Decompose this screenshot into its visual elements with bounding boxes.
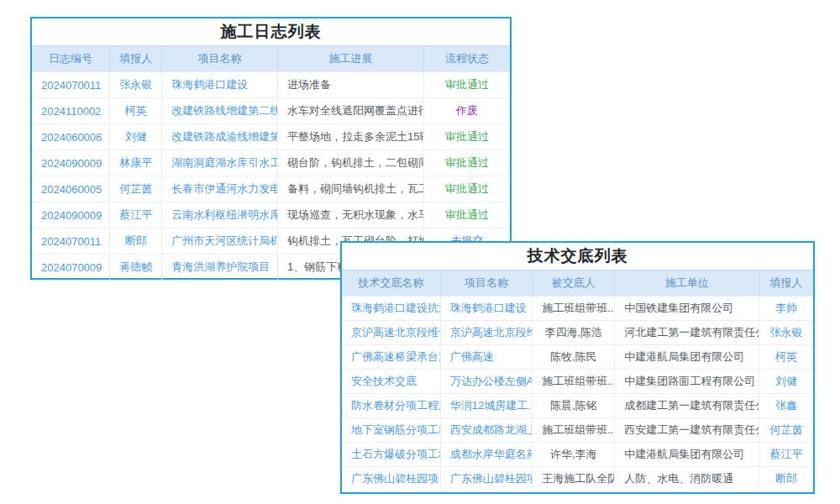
log-col-progress: 施工进展 [277, 46, 423, 72]
disc-reporter-link[interactable]: 蔡江平 [759, 443, 813, 467]
disc-reporter-link[interactable]: 张鑫 [759, 394, 813, 418]
log-project-link[interactable]: 改建铁路线增建第二线直... [162, 98, 278, 124]
disc-name-link[interactable]: 广东佛山碧桂园项目... [342, 467, 440, 491]
log-status-badge: 审批通过 [424, 124, 510, 150]
disc-unit-text: 河北建工第一建筑有限责任公司 [615, 321, 759, 345]
log-id-link[interactable]: 2024060006 [32, 124, 110, 150]
technical-disclosure-panel: 技术交底列表 技术交底名称 项目名称 被交底人 施工单位 填报人 珠海鹤港口建设… [340, 241, 815, 494]
disc-col-unit: 施工单位 [615, 270, 759, 297]
disclosure-table-row: 京沪高速北京段维修... 京沪高速北京段维修 李四海,陈浩 河北建工第一建筑有限… [342, 321, 813, 345]
log-project-link[interactable]: 湖南洞庭湖水库引水工程... [162, 150, 278, 176]
log-project-link[interactable]: 改建铁路成渝线增建第二... [162, 124, 278, 150]
disc-receiver-text: 许华,李海 [533, 443, 615, 467]
log-col-project: 项目名称 [162, 46, 278, 72]
disc-project-link[interactable]: 成都水岸华庭名苑... [440, 443, 532, 467]
disc-name-link[interactable]: 安全技术交底 [342, 370, 440, 394]
disc-reporter-link[interactable]: 断郎 [759, 467, 813, 491]
disc-project-link[interactable]: 珠海鹤港口建设 [440, 297, 532, 321]
log-reporter-link[interactable]: 刘健 [110, 124, 162, 150]
log-id-link[interactable]: 2024070011 [32, 228, 110, 255]
log-status-badge: 审批通过 [424, 176, 510, 202]
disc-name-link[interactable]: 地下室钢筋分项工程... [342, 418, 440, 443]
disclosure-table-row: 防水卷材分项工程施... 华润12城房建工... 陈晨,陈铭 成都建工第一建筑有… [342, 394, 813, 418]
log-reporter-link[interactable]: 蒋德帧 [110, 255, 162, 281]
disc-receiver-text: 王海施工队全队 [533, 467, 615, 491]
disc-project-link[interactable]: 华润12城房建工... [440, 394, 532, 418]
disc-project-link[interactable]: 西安成都路龙湖上... [440, 418, 532, 443]
log-progress-text: 平整场地，拉走多余泥土15辆... [277, 124, 423, 150]
disc-unit-text: 中国铁建集团有限公司 [615, 297, 759, 321]
log-table-row: 2024070011 张永银 珠海鹤港口建设 进场准备 审批通过 [32, 72, 510, 98]
disc-receiver-text: 陈晨,陈铭 [533, 394, 615, 418]
log-id-link[interactable]: 2024090009 [32, 150, 110, 176]
log-col-id: 日志编号 [32, 46, 110, 72]
disc-reporter-link[interactable]: 张永银 [759, 321, 813, 345]
construction-log-title: 施工日志列表 [32, 18, 510, 45]
disc-reporter-link[interactable]: 柯英 [759, 345, 813, 370]
disc-receiver-text: 施工班组带班... [533, 297, 615, 321]
disc-unit-text: 成都建工第一建筑有限责任公司 [615, 394, 759, 418]
log-table-row: 2024110002 柯英 改建铁路线增建第二线直... 水车对全线遮阳网覆盖点… [32, 98, 510, 124]
log-reporter-link[interactable]: 柯英 [110, 98, 162, 124]
log-table-row: 2024060005 何芷茵 长春市伊通河水力发电厂... 备料，砌间墙钩机排土… [32, 176, 510, 202]
log-reporter-link[interactable]: 林康平 [110, 150, 162, 176]
disc-col-reporter: 填报人 [759, 270, 813, 297]
log-reporter-link[interactable]: 断郎 [110, 228, 162, 255]
log-id-link[interactable]: 2024070011 [32, 72, 110, 98]
disc-unit-text: 中建港航局集团有限公司 [615, 443, 759, 467]
disc-receiver-text: 李四海,陈浩 [533, 321, 615, 345]
disclosure-table-row: 地下室钢筋分项工程... 西安成都路龙湖上... 施工班组带班... 西安建工第… [342, 418, 813, 443]
log-table-row: 2024090009 蔡江平 云南水利枢纽潜明水库一... 现场巡查，无积水现象… [32, 202, 510, 228]
log-id-link[interactable]: 2024110002 [32, 98, 110, 124]
log-progress-text: 备料，砌间墙钩机排土，瓦工... [277, 176, 423, 202]
disc-name-link[interactable]: 珠海鹤港口建设抗浮... [342, 297, 440, 321]
disc-col-project: 项目名称 [440, 270, 532, 297]
disc-project-link[interactable]: 广佛高速 [440, 345, 532, 370]
log-progress-text: 水车对全线遮阳网覆盖点进行... [277, 98, 423, 124]
disc-project-link[interactable]: 广东佛山碧桂园项目 [440, 467, 532, 491]
log-col-status: 流程状态 [424, 46, 510, 72]
disclosure-table-row: 珠海鹤港口建设抗浮... 珠海鹤港口建设 施工班组带班... 中国铁建集团有限公… [342, 297, 813, 321]
disclosure-header-row: 技术交底名称 项目名称 被交底人 施工单位 填报人 [342, 270, 813, 297]
disc-unit-text: 西安建工第一建筑有限责任公司 [615, 418, 759, 443]
disc-receiver-text: 陈牧,陈民 [533, 345, 615, 370]
log-reporter-link[interactable]: 何芷茵 [110, 176, 162, 202]
log-table-row: 2024060006 刘健 改建铁路成渝线增建第二... 平整场地，拉走多余泥土… [32, 124, 510, 150]
technical-disclosure-title: 技术交底列表 [342, 243, 813, 270]
disclosure-table-row: 安全技术交底 万达办公楼左侧A... 施工班组带班... 中建集团路面工程有限公… [342, 370, 813, 394]
log-id-link[interactable]: 2024070009 [32, 255, 110, 281]
log-id-link[interactable]: 2024060005 [32, 176, 110, 202]
disc-reporter-link[interactable]: 李帅 [759, 297, 813, 321]
log-project-link[interactable]: 广州市天河区统计局机房... [162, 228, 278, 255]
log-reporter-link[interactable]: 张永银 [110, 72, 162, 98]
log-table-row: 2024090009 林康平 湖南洞庭湖水库引水工程... 砌台阶，钩机排土，二… [32, 150, 510, 176]
log-status-badge: 审批通过 [424, 150, 510, 176]
log-project-link[interactable]: 青海洪湖养护院项目 [162, 255, 278, 281]
log-project-link[interactable]: 长春市伊通河水力发电厂... [162, 176, 278, 202]
disc-name-link[interactable]: 广佛高速桥梁承台施... [342, 345, 440, 370]
log-progress-text: 现场巡查，无积水现象，水马... [277, 202, 423, 228]
disc-reporter-link[interactable]: 刘健 [759, 370, 813, 394]
disc-name-link[interactable]: 土石方爆破分项工程... [342, 443, 440, 467]
log-col-reporter: 填报人 [110, 46, 162, 72]
log-header-row: 日志编号 填报人 项目名称 施工进展 流程状态 [32, 46, 510, 72]
disc-project-link[interactable]: 京沪高速北京段维修 [440, 321, 532, 345]
log-id-link[interactable]: 2024090009 [32, 202, 110, 228]
disc-unit-text: 中建港航局集团有限公司 [615, 345, 759, 370]
log-reporter-link[interactable]: 蔡江平 [110, 202, 162, 228]
disc-name-link[interactable]: 京沪高速北京段维修... [342, 321, 440, 345]
disc-receiver-text: 施工班组带班... [533, 418, 615, 443]
log-status-badge: 作废 [424, 98, 510, 124]
disc-col-receiver: 被交底人 [533, 270, 615, 297]
log-progress-text: 进场准备 [277, 72, 423, 98]
disc-receiver-text: 施工班组带班... [533, 370, 615, 394]
technical-disclosure-table: 技术交底名称 项目名称 被交底人 施工单位 填报人 珠海鹤港口建设抗浮... 珠… [342, 270, 813, 491]
log-project-link[interactable]: 珠海鹤港口建设 [162, 72, 278, 98]
page: { "colors": { "panel_border": "#18a3dd",… [0, 0, 840, 504]
disc-name-link[interactable]: 防水卷材分项工程施... [342, 394, 440, 418]
disc-project-link[interactable]: 万达办公楼左侧A... [440, 370, 532, 394]
log-progress-text: 砌台阶，钩机排土，二包砌间... [277, 150, 423, 176]
disclosure-table-row: 广佛高速桥梁承台施... 广佛高速 陈牧,陈民 中建港航局集团有限公司 柯英 [342, 345, 813, 370]
log-project-link[interactable]: 云南水利枢纽潜明水库一... [162, 202, 278, 228]
disc-reporter-link[interactable]: 何芷茵 [759, 418, 813, 443]
